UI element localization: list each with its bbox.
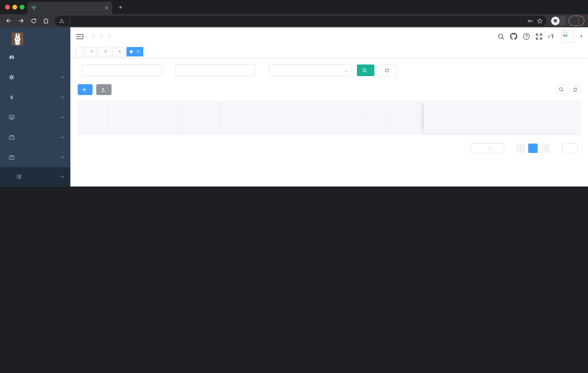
browser-titlebar: ✕ ＋ <box>0 0 588 14</box>
close-icon[interactable]: ✕ <box>118 49 121 54</box>
caret-down-icon[interactable]: ▼ <box>580 35 583 38</box>
sidebar-item-infrastructure[interactable] <box>0 107 70 127</box>
search-icon[interactable] <box>498 33 504 40</box>
help-icon[interactable] <box>523 33 530 40</box>
table-toolbar <box>78 84 581 95</box>
forward-icon[interactable] <box>16 16 26 26</box>
tag-home[interactable] <box>76 47 83 56</box>
close-icon[interactable]: ✕ <box>136 49 140 54</box>
password-key-icon[interactable] <box>525 16 535 26</box>
page-jumper <box>560 143 581 153</box>
sidebar-item-devtools[interactable] <box>0 127 70 147</box>
reload-icon[interactable] <box>28 16 39 26</box>
app-window: ¥ <box>0 27 588 186</box>
col-header-active <box>391 118 424 134</box>
collapse-sidebar-icon[interactable] <box>76 33 84 40</box>
gear-icon <box>9 74 15 80</box>
logo-avatar <box>12 32 23 46</box>
browser-menu-icon[interactable]: ⋮ <box>576 18 581 23</box>
next-page-button[interactable]: › <box>541 143 550 153</box>
chevron-down-icon <box>60 75 64 79</box>
incognito-badge <box>550 16 567 26</box>
fullscreen-icon[interactable] <box>536 33 542 40</box>
close-tab-icon[interactable]: ✕ <box>105 5 109 11</box>
svg-text:T: T <box>551 33 554 39</box>
favicon-plant-icon <box>31 5 37 11</box>
briefcase-icon <box>9 154 15 160</box>
sidebar-logo[interactable] <box>0 27 70 47</box>
chevron-down-icon <box>60 135 64 139</box>
top-navbar: / / / <box>70 27 588 46</box>
tag-tenant[interactable]: ✕ <box>84 47 97 56</box>
avatar[interactable] <box>561 30 574 43</box>
monitor-icon <box>9 114 15 120</box>
process-name-input[interactable] <box>175 64 256 76</box>
col-header-category <box>183 101 220 134</box>
show-search-icon[interactable] <box>556 84 567 95</box>
col-header-operations <box>424 101 580 134</box>
filter-form <box>78 64 581 76</box>
incognito-icon <box>551 17 560 25</box>
home-icon[interactable] <box>41 16 51 26</box>
sidebar-item-payment[interactable]: ¥ <box>0 87 70 107</box>
close-icon[interactable]: ✕ <box>104 49 107 54</box>
import-process-button[interactable] <box>96 84 112 95</box>
address-bar[interactable] <box>55 15 546 26</box>
github-icon[interactable] <box>510 33 517 40</box>
create-process-button[interactable] <box>78 84 93 95</box>
process-key-input[interactable] <box>82 64 162 76</box>
bookmark-star-icon[interactable] <box>535 16 544 26</box>
maximize-window-button[interactable] <box>20 5 24 10</box>
browser-toolbar: ⋮ <box>0 14 588 27</box>
tag-process-model[interactable]: ✕ <box>126 47 143 56</box>
svg-text:¥: ¥ <box>10 94 13 100</box>
category-select[interactable] <box>269 64 352 76</box>
col-header-form <box>220 101 294 134</box>
refresh-icon[interactable] <box>570 84 581 95</box>
font-size-icon[interactable]: TT <box>548 33 556 40</box>
security-status[interactable] <box>59 18 66 23</box>
browser-tab[interactable]: ✕ <box>27 2 112 14</box>
divider <box>70 18 70 23</box>
page-content: ‹ › <box>70 58 588 153</box>
breadcrumb: / / / <box>89 33 113 39</box>
goto-page-input[interactable] <box>562 143 578 153</box>
tags-view: ✕ ✕ ✕ ✕ <box>70 46 588 58</box>
workflow-submenu <box>0 167 70 186</box>
sidebar-item-process-form[interactable] <box>0 186 70 186</box>
sidebar-item-system[interactable] <box>0 67 70 87</box>
toolbox-icon <box>9 134 15 140</box>
chevron-down-icon <box>488 146 492 150</box>
warning-icon <box>59 18 64 23</box>
screen: ✕ ＋ <box>0 0 588 186</box>
pagination: ‹ › <box>78 143 581 153</box>
col-header-created <box>294 101 362 134</box>
col-header-key <box>78 101 109 134</box>
back-icon[interactable] <box>4 16 14 26</box>
sidebar-item-process-management[interactable] <box>0 167 70 186</box>
prev-page-button[interactable]: ‹ <box>516 143 525 153</box>
search-button[interactable] <box>357 64 374 76</box>
tag-process-form[interactable]: ✕ <box>113 47 125 56</box>
chevron-down-icon <box>60 115 64 119</box>
browser-update-button[interactable]: ⋮ <box>569 16 584 26</box>
table-tools <box>556 84 581 95</box>
new-tab-button[interactable]: ＋ <box>117 3 124 11</box>
chevron-up-icon <box>60 174 64 179</box>
close-window-button[interactable] <box>5 5 10 10</box>
close-icon[interactable]: ✕ <box>90 49 93 54</box>
page-size-select[interactable] <box>471 143 504 153</box>
category-select-input[interactable] <box>269 64 352 76</box>
sidebar-item-workflow[interactable] <box>0 147 70 167</box>
chevron-down-icon <box>60 95 64 99</box>
tag-my-process[interactable]: ✕ <box>98 47 110 56</box>
reset-button[interactable] <box>379 64 397 76</box>
sidebar-item-home[interactable] <box>0 47 70 67</box>
list-icon <box>16 174 22 180</box>
current-page[interactable] <box>528 143 538 153</box>
minimize-window-button[interactable] <box>12 5 17 10</box>
operations-column <box>424 101 580 134</box>
svg-text:T: T <box>548 35 550 39</box>
active-dot <box>130 50 133 53</box>
col-header-name <box>109 101 183 134</box>
